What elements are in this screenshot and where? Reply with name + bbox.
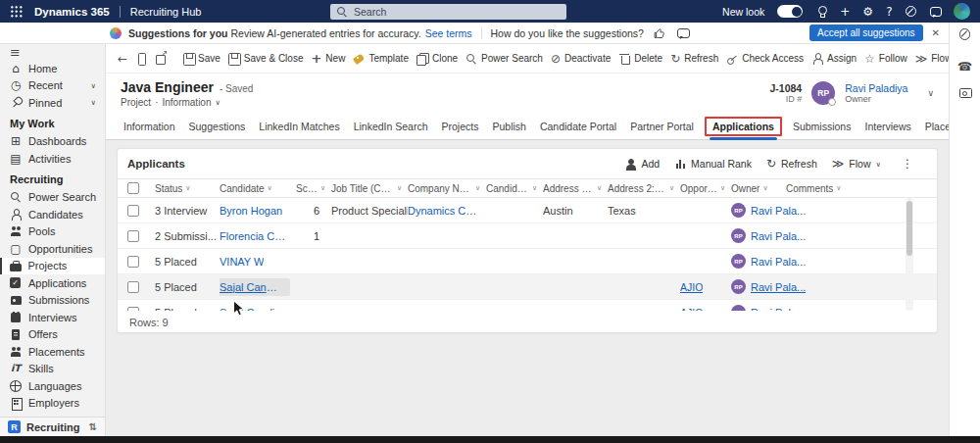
row-checkbox[interactable]: [127, 230, 139, 242]
compose-button[interactable]: [906, 6, 917, 18]
sidebar-item-interviews[interactable]: Interviews: [0, 309, 105, 326]
column-header-company-name[interactable]: Company Name...∨: [408, 183, 486, 194]
column-header-address-2[interactable]: Address 2: ...∨: [543, 183, 608, 194]
assign-button[interactable]: Assign: [808, 50, 860, 68]
new-look-toggle[interactable]: [777, 5, 803, 18]
owner-name-link[interactable]: Ravi Paladiya: [845, 82, 907, 94]
row-checkbox[interactable]: [127, 256, 139, 268]
tab-candidate-portal[interactable]: Candidate Portal: [537, 117, 619, 136]
sidebar-item-offers[interactable]: Offers: [0, 326, 105, 344]
power-search-button[interactable]: Power Search: [462, 50, 547, 68]
form-selector[interactable]: Information: [162, 97, 211, 108]
see-terms-link[interactable]: See terms: [425, 27, 472, 39]
candidate-link[interactable]: Sajal Candida...: [220, 307, 290, 312]
owner-link[interactable]: Ravi Pala...: [751, 307, 806, 312]
sidebar-item-languages[interactable]: Languages: [0, 377, 105, 395]
compose-rail-button[interactable]: [959, 28, 971, 40]
popout-button[interactable]: [151, 50, 171, 68]
hub-title[interactable]: Recruiting Hub: [130, 6, 202, 18]
tab-linkedin-search[interactable]: LinkedIn Search: [351, 117, 431, 136]
switch-area-icon[interactable]: ⇅: [89, 422, 97, 432]
sidebar-item-opportunities[interactable]: ▢Opportunities: [0, 240, 105, 258]
column-header-candidate-r[interactable]: Candidate R...∨: [486, 183, 543, 194]
owner-link[interactable]: Ravi Pala...: [751, 281, 806, 293]
header-expand-icon[interactable]: ∨: [927, 88, 934, 98]
column-header-comments[interactable]: Comments∨: [786, 183, 937, 194]
sidebar-item-submissions[interactable]: Submissions: [0, 292, 105, 310]
sidebar-item-power-search[interactable]: Power Search: [0, 189, 105, 207]
flow-button[interactable]: ≫Flow∨: [832, 158, 881, 170]
close-banner-icon[interactable]: ✕: [932, 27, 940, 38]
like-icon[interactable]: [654, 27, 665, 39]
follow-button[interactable]: ☆Follow: [860, 50, 911, 68]
menu-toggle-button[interactable]: ≡: [0, 44, 105, 60]
back-button[interactable]: ←: [114, 50, 131, 68]
mobile-button[interactable]: [131, 50, 151, 68]
chat-button[interactable]: [929, 6, 941, 18]
table-row[interactable]: 2 Submissi...Florencia Cal...1RPRavi Pal…: [118, 223, 937, 249]
tab-publish[interactable]: Publish: [489, 117, 528, 136]
refresh-button[interactable]: ↻Refresh: [666, 50, 722, 68]
column-header-status[interactable]: Status∨: [155, 183, 220, 194]
tab-submissions[interactable]: Submissions: [790, 117, 855, 136]
save-close-button[interactable]: Save & Close: [224, 50, 308, 68]
tab-partner-portal[interactable]: Partner Portal: [627, 117, 697, 136]
template-button[interactable]: Template: [349, 50, 413, 68]
owner-link[interactable]: Ravi Pala...: [751, 230, 806, 242]
contact-card-rail-button[interactable]: [959, 86, 971, 98]
row-checkbox[interactable]: [127, 307, 139, 312]
lightbulb-button[interactable]: [815, 6, 827, 18]
gear-button[interactable]: ⚙: [862, 6, 873, 18]
accept-all-suggestions-button[interactable]: Accept all suggestions: [809, 25, 923, 41]
column-header-address-2-state[interactable]: Address 2: State...∨: [608, 183, 680, 194]
select-all-checkbox[interactable]: [127, 182, 139, 194]
sidebar-item-candidates[interactable]: Candidates: [0, 206, 105, 223]
add-button[interactable]: +: [840, 6, 850, 18]
column-header-owner[interactable]: Owner∨: [731, 183, 786, 194]
tab-applications[interactable]: Applications: [705, 117, 782, 136]
chevron-down-icon[interactable]: ∨: [91, 81, 97, 90]
deactivate-button[interactable]: ⊘Deactivate: [547, 50, 614, 68]
column-header-score[interactable]: Score∨: [296, 183, 331, 194]
waffle-icon[interactable]: [10, 5, 23, 18]
table-row[interactable]: 3 InterviewByron Hogan6Product Specialis…: [118, 198, 937, 223]
sidebar-item-pinned[interactable]: Pinned∨: [0, 94, 105, 112]
scrollbar-thumb[interactable]: [906, 201, 912, 256]
table-row[interactable]: 5 PlacedVINAY WRPRavi Pala...: [118, 249, 937, 274]
area-switcher[interactable]: R Recruiting ⇅: [0, 417, 105, 436]
new-button[interactable]: +New: [307, 49, 349, 68]
tab-suggestions[interactable]: Suggestions: [186, 117, 249, 136]
company-link[interactable]: Dynamics CRM R...: [408, 205, 480, 217]
check-access-button[interactable]: Check Access: [722, 50, 808, 68]
column-header-opport[interactable]: Opport...∨: [680, 183, 731, 194]
owner-link[interactable]: Ravi Pala...: [751, 205, 806, 217]
sidebar-item-pools[interactable]: Pools: [0, 223, 105, 241]
sidebar-item-projects[interactable]: Projects: [0, 258, 105, 275]
sidebar-item-placements[interactable]: Placements: [0, 343, 105, 361]
tab-information[interactable]: Information: [121, 117, 178, 136]
grid-more-button[interactable]: ⋮: [896, 154, 919, 173]
sidebar-item-dashboards[interactable]: ⊞Dashboards: [0, 133, 105, 151]
vertical-scrollbar[interactable]: [906, 198, 913, 311]
global-search-input[interactable]: Search: [330, 4, 566, 20]
tab-linkedin-matches[interactable]: LinkedIn Matches: [256, 117, 342, 136]
candidate-link[interactable]: Florencia Cal...: [220, 230, 290, 242]
sidebar-item-employers[interactable]: Employers: [0, 395, 105, 413]
tab-interviews[interactable]: Interviews: [861, 117, 913, 136]
refresh-button[interactable]: ↻Refresh: [766, 158, 817, 170]
chevron-down-icon[interactable]: ∨: [91, 98, 97, 107]
sidebar-item-skills[interactable]: iTSkills: [0, 361, 105, 378]
save-button[interactable]: Save: [178, 50, 224, 68]
owner-link[interactable]: Ravi Pala...: [751, 256, 806, 268]
owner-avatar[interactable]: RP: [811, 81, 835, 105]
row-checkbox[interactable]: [127, 281, 139, 293]
delete-button[interactable]: Delete: [614, 50, 666, 68]
add-button[interactable]: Add: [624, 158, 660, 170]
user-avatar[interactable]: [954, 3, 970, 20]
candidate-link[interactable]: Sajal Candida...: [220, 278, 290, 296]
row-checkbox[interactable]: [127, 205, 139, 217]
candidate-link[interactable]: Byron Hogan: [220, 205, 282, 217]
sidebar-item-applications[interactable]: Applications: [0, 274, 105, 292]
opportunity-link[interactable]: AJIO: [680, 281, 703, 293]
opportunity-link[interactable]: AJIO: [680, 307, 703, 312]
